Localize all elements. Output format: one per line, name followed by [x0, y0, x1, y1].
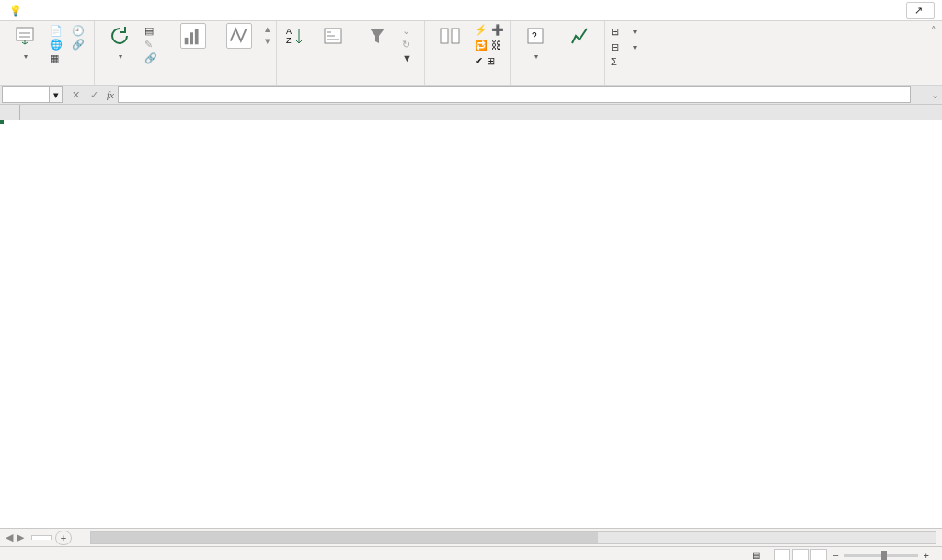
fx-icon[interactable]: fx — [107, 89, 114, 100]
zoom-out-button[interactable]: − — [833, 550, 838, 561]
sort-asc-button[interactable]: AZ — [282, 23, 308, 47]
text-to-columns-button[interactable] — [431, 23, 469, 49]
what-if-button[interactable]: ? — [516, 23, 555, 62]
svg-rect-2 — [190, 32, 193, 44]
collapse-ribbon-button[interactable]: ˄ — [925, 21, 942, 85]
group-icon: ⊞ — [611, 25, 624, 38]
group-label — [516, 83, 599, 85]
tell-me-search[interactable]: 💡 — [9, 5, 26, 17]
get-data-button[interactable] — [6, 23, 44, 62]
sheet-tab[interactable] — [31, 535, 52, 540]
geography-button[interactable] — [219, 23, 259, 49]
group-label — [100, 83, 161, 85]
scroll-down-icon[interactable]: ▾ — [265, 35, 270, 47]
name-box[interactable] — [2, 86, 50, 103]
subtotal-button[interactable]: Σ — [611, 55, 637, 68]
page-break-view-button[interactable] — [810, 549, 827, 561]
group-button[interactable]: ⊞ — [611, 24, 637, 39]
from-table-button[interactable]: ▦ — [50, 51, 66, 64]
display-icon: 🖥 — [751, 550, 761, 561]
existing-connections-button[interactable]: 🔗 — [72, 38, 88, 51]
nav-prev-icon[interactable]: ◀ — [6, 531, 13, 543]
display-settings-button[interactable]: 🖥 — [751, 550, 764, 561]
spreadsheet-grid[interactable] — [0, 105, 942, 528]
queries-icon: ▤ — [144, 24, 157, 37]
edit-links-button[interactable]: 🔗 — [144, 51, 161, 64]
refresh-icon — [109, 25, 131, 47]
group-label — [6, 83, 88, 85]
chevron-down-icon — [631, 40, 637, 54]
properties-icon: ✎ — [144, 38, 157, 51]
select-all-corner[interactable] — [0, 105, 20, 120]
data-validation-icon[interactable]: ✔ — [475, 55, 483, 67]
svg-rect-0 — [17, 28, 33, 40]
svg-text:?: ? — [532, 31, 537, 41]
view-switcher[interactable] — [774, 549, 827, 561]
sheet-nav[interactable]: ◀▶ — [0, 531, 29, 543]
stocks-button[interactable] — [173, 23, 213, 49]
cancel-formula-button[interactable]: ✕ — [66, 86, 85, 103]
advanced-filter-button[interactable]: ▼ — [402, 51, 419, 64]
clear-filter-button[interactable]: ⌄ — [402, 24, 419, 37]
svg-rect-3 — [195, 29, 199, 45]
add-sheet-button[interactable]: + — [55, 531, 72, 545]
advanced-icon: ▼ — [402, 51, 415, 64]
svg-text:A: A — [286, 27, 292, 36]
ungroup-button[interactable]: ⊟ — [611, 40, 637, 54]
relationships-icon[interactable]: ⛓ — [491, 40, 501, 51]
queries-connections-button[interactable]: ▤ — [144, 24, 161, 37]
formula-bar[interactable] — [118, 86, 911, 103]
scroll-up-icon[interactable]: ▴ — [265, 23, 270, 35]
subtotal-icon: Σ — [611, 55, 624, 68]
from-web-button[interactable]: 🌐 — [50, 38, 66, 51]
page-layout-view-button[interactable] — [792, 549, 809, 561]
svg-text:Z: Z — [286, 36, 292, 45]
sort-button[interactable] — [314, 23, 352, 49]
search-icon: 💡 — [9, 5, 22, 17]
remove-duplicates-icon[interactable]: 🔁 — [475, 40, 488, 51]
active-cell-outline — [0, 120, 4, 124]
connection-icon: 🔗 — [72, 38, 85, 51]
text-file-icon: 📄 — [50, 24, 63, 37]
horizontal-scrollbar[interactable] — [90, 531, 936, 544]
group-label — [431, 83, 504, 85]
what-if-icon: ? — [524, 25, 546, 47]
expand-formula-bar-button[interactable]: ⌄ — [927, 89, 942, 101]
filter-button[interactable] — [358, 23, 396, 49]
enter-formula-button[interactable]: ✓ — [85, 86, 103, 103]
sort-asc-icon: AZ — [284, 25, 306, 47]
group-forecast: ? — [511, 21, 605, 85]
nav-next-icon[interactable]: ▶ — [17, 531, 24, 543]
recent-sources-button[interactable]: 🕘 — [72, 24, 88, 37]
flash-fill-icon[interactable]: ⚡ — [475, 24, 488, 36]
properties-button[interactable]: ✎ — [144, 38, 161, 51]
recent-icon: 🕘 — [72, 24, 85, 37]
name-box-dropdown[interactable]: ▾ — [50, 86, 63, 103]
from-text-csv-button[interactable]: 📄 — [50, 24, 66, 37]
geography-icon — [226, 23, 252, 49]
manage-data-model-icon[interactable]: ⊞ — [487, 55, 495, 67]
group-label — [282, 83, 419, 85]
share-button[interactable]: ↗ — [906, 2, 935, 19]
ribbon-tabs: 💡 ↗ — [0, 0, 942, 21]
normal-view-button[interactable] — [774, 549, 790, 561]
group-queries: ▤ ✎ 🔗 — [95, 21, 167, 85]
reapply-button[interactable]: ↻ — [402, 38, 419, 51]
svg-rect-1 — [185, 38, 189, 44]
chevron-down-icon — [117, 51, 122, 62]
group-data-tools: ⚡ ➕ 🔁 ⛓ ✔ ⊞ — [425, 21, 511, 85]
group-label — [611, 83, 637, 85]
globe-icon: 🌐 — [50, 38, 63, 51]
group-outline: ⊞ ⊟ Σ — [605, 21, 642, 85]
filter-icon — [366, 25, 388, 47]
zoom-in-button[interactable]: + — [924, 550, 929, 561]
share-icon: ↗ — [914, 5, 923, 17]
svg-rect-8 — [452, 29, 459, 43]
ribbon: 📄 🌐 ▦ 🕘 🔗 ▤ ✎ 🔗 — [0, 21, 942, 86]
consolidate-icon[interactable]: ➕ — [491, 24, 504, 36]
svg-rect-7 — [441, 29, 448, 43]
forecast-sheet-button[interactable] — [560, 23, 599, 49]
refresh-all-button[interactable] — [100, 23, 139, 62]
chevron-down-icon — [631, 24, 637, 39]
zoom-slider[interactable] — [844, 554, 918, 557]
